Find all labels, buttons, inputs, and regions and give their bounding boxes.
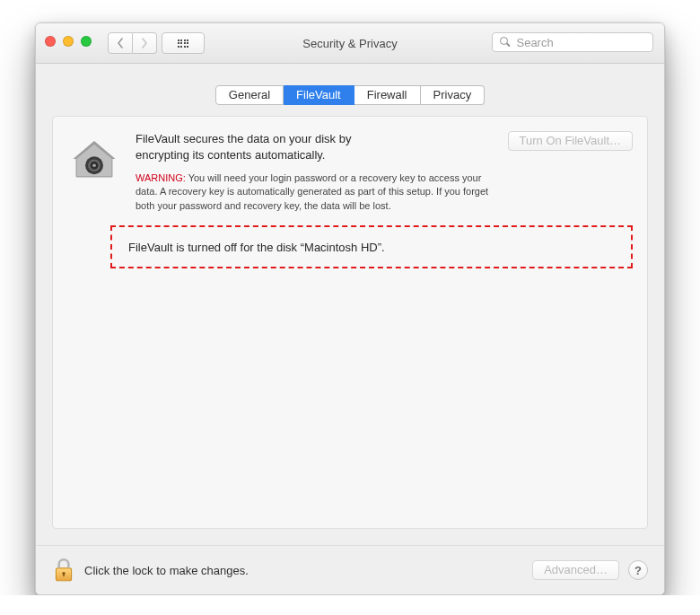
warning-text: You will need your login password or a r…	[136, 172, 488, 211]
search-field[interactable]	[492, 32, 653, 52]
svg-rect-7	[63, 574, 65, 576]
filevault-warning: WARNING: You will need your login passwo…	[136, 171, 494, 213]
nav-back-forward	[108, 32, 157, 54]
lock-icon[interactable]	[52, 557, 75, 584]
panel-header-row: FileVault secures the data on your disk …	[53, 117, 647, 213]
chevron-left-icon	[117, 38, 124, 48]
footer: Click the lock to make changes. Advanced…	[36, 545, 664, 594]
turn-on-filevault-button[interactable]: Turn On FileVault…	[508, 131, 633, 151]
chevron-right-icon	[141, 38, 148, 48]
preferences-window: Security & Privacy General FileVault Fir…	[35, 22, 665, 595]
titlebar: Security & Privacy	[36, 23, 664, 64]
back-button[interactable]	[108, 32, 133, 54]
tab-general[interactable]: General	[215, 85, 284, 105]
search-icon	[500, 37, 509, 48]
forward-button[interactable]	[133, 32, 157, 54]
filevault-panel: FileVault secures the data on your disk …	[52, 116, 648, 529]
filevault-status: FileVault is turned off for the disk “Ma…	[110, 225, 633, 268]
tab-privacy[interactable]: Privacy	[421, 85, 486, 105]
filevault-description: FileVault secures the data on your disk …	[136, 131, 405, 163]
grid-icon	[178, 40, 189, 48]
show-all-button[interactable]	[162, 32, 205, 54]
close-window-button[interactable]	[45, 36, 56, 47]
tab-filevault[interactable]: FileVault	[284, 85, 354, 105]
filevault-status-text: FileVault is turned off for the disk “Ma…	[128, 241, 385, 254]
tab-firewall[interactable]: Firewall	[354, 85, 421, 105]
lock-hint-text: Click the lock to make changes.	[84, 564, 249, 577]
help-button[interactable]: ?	[628, 560, 648, 580]
zoom-window-button[interactable]	[81, 36, 92, 47]
minimize-window-button[interactable]	[63, 36, 74, 47]
panel-text-column: FileVault secures the data on your disk …	[136, 131, 494, 213]
svg-point-3	[92, 163, 96, 167]
tab-bar: General FileVault Firewall Privacy	[36, 85, 664, 105]
pane-body: General FileVault Firewall Privacy	[36, 64, 664, 594]
window-controls	[45, 36, 92, 47]
filevault-icon	[67, 131, 121, 213]
search-input[interactable]	[514, 35, 645, 50]
advanced-button[interactable]: Advanced…	[532, 560, 619, 580]
warning-label: WARNING:	[136, 172, 186, 183]
